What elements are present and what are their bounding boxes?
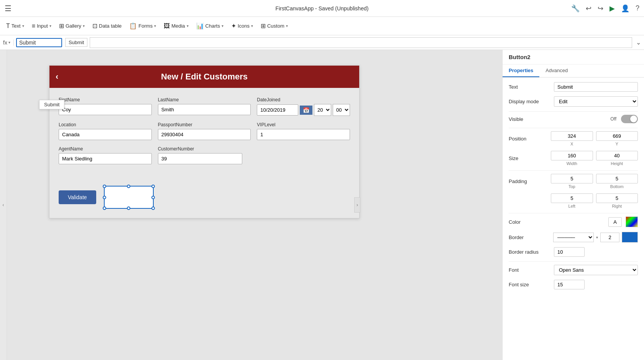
firstname-input[interactable] <box>59 104 152 115</box>
form-footer: Validate <box>49 180 359 218</box>
datejoined-field: DateJoined 📅 20 00 <box>257 97 350 116</box>
resize-handle-ml[interactable] <box>103 196 106 199</box>
toolbar-item-charts[interactable]: 📊 Charts ▾ <box>193 21 227 31</box>
properties-body: Text Display mode Edit Visible Off <box>503 78 644 360</box>
customernumber-input[interactable] <box>158 153 242 164</box>
play-icon[interactable]: ▶ <box>610 4 615 13</box>
prop-font-size-input[interactable] <box>554 280 585 289</box>
right-panel-collapse-button[interactable]: › <box>354 197 360 213</box>
prop-border-radius-input[interactable] <box>554 247 585 257</box>
charts-toolbar-icon: 📊 <box>196 22 204 30</box>
datejoined-calendar-button[interactable]: 📅 <box>300 106 312 115</box>
resize-handle-br[interactable] <box>151 206 155 210</box>
agentname-input[interactable] <box>59 153 152 164</box>
resize-handle-tc[interactable] <box>127 185 130 188</box>
prop-padding-top-input[interactable] <box>551 174 593 183</box>
lastname-input[interactable] <box>158 104 251 115</box>
prop-y-input[interactable] <box>596 131 638 141</box>
tab-advanced[interactable]: Advanced <box>539 64 574 77</box>
border-color-swatch[interactable] <box>622 232 638 243</box>
prop-padding-top-label: Top <box>568 184 575 189</box>
location-input[interactable] <box>59 129 152 140</box>
prop-text-input[interactable] <box>554 82 638 92</box>
submit-dropdown-text: Submit <box>44 102 59 107</box>
prop-padding-right-input[interactable] <box>596 193 638 203</box>
datejoined-hour-select[interactable]: 20 <box>314 104 331 116</box>
formula-expand-icon[interactable]: ⌄ <box>636 39 641 46</box>
resize-handle-bl[interactable] <box>103 206 106 210</box>
stethoscope-icon[interactable]: 🔧 <box>571 4 580 13</box>
prop-border-width-input[interactable] <box>600 233 619 242</box>
redo-icon[interactable]: ↪ <box>598 4 603 13</box>
form-title: New / Edit Customers <box>161 72 248 81</box>
input-chevron-icon: ▾ <box>49 24 51 28</box>
toolbar-item-text[interactable]: T Text ▾ <box>3 21 27 31</box>
prop-row-size: Size Width Height <box>509 151 638 166</box>
left-sidebar-toggle[interactable]: ‹ <box>0 50 7 360</box>
text-chevron-icon: ▾ <box>22 24 24 28</box>
toolbar-item-custom[interactable]: ⊞ Custom ▾ <box>258 21 291 31</box>
formula-dropdown-hint: Submit <box>65 38 87 47</box>
form-panel: ‹ New / Edit Customers FirstName LastNam… <box>49 65 360 218</box>
color-a-button[interactable]: A <box>608 217 622 227</box>
datejoined-input[interactable] <box>257 104 298 116</box>
prop-row-border: Border ───── ▾ <box>509 232 638 243</box>
prop-row-visible: Visible Off <box>509 115 638 123</box>
color-swatch-button[interactable] <box>626 216 638 227</box>
icons-chevron-icon: ▾ <box>251 24 253 28</box>
main-layout: ‹ Submit ‹ New / Edit Customers FirstNam… <box>0 50 644 360</box>
resize-handle-bc[interactable] <box>127 206 130 210</box>
toolbar-item-gallery[interactable]: ⊞ Gallery ▾ <box>56 21 88 31</box>
divider-4 <box>509 213 638 213</box>
formula-input[interactable] <box>16 38 62 47</box>
tab-properties[interactable]: Properties <box>503 64 539 77</box>
prop-color-label: Color <box>509 219 551 225</box>
prop-display-mode-select[interactable]: Edit <box>554 96 638 107</box>
divider-5 <box>509 261 638 262</box>
charts-chevron-icon: ▾ <box>222 24 223 28</box>
gallery-toolbar-icon: ⊞ <box>59 22 64 30</box>
formula-bar: fx ▾ Submit ⌄ <box>0 35 644 50</box>
resize-handle-mr[interactable] <box>151 196 155 199</box>
prop-padding-lr-group: Left Right <box>551 193 638 208</box>
prop-height-input[interactable] <box>596 151 638 160</box>
undo-icon[interactable]: ↩ <box>586 4 591 13</box>
prop-font-label: Font <box>509 267 551 273</box>
toolbar-item-forms[interactable]: 📋 Forms ▾ <box>126 21 159 31</box>
resize-handle-tl[interactable] <box>103 185 106 188</box>
top-bar-icons: 🔧 ↩ ↪ ▶ 👤 ? <box>571 4 639 13</box>
customernumber-field: CustomerNumber <box>158 146 251 164</box>
toolbar-input-label: Input <box>37 23 48 29</box>
forms-toolbar-icon: 📋 <box>129 22 137 30</box>
passportnumber-input[interactable] <box>158 129 251 140</box>
datejoined-min-select[interactable]: 00 <box>333 104 350 116</box>
toolbar-item-icons[interactable]: ✦ Icons ▾ <box>228 21 256 31</box>
prop-font-size-label: Font size <box>509 282 551 287</box>
prop-x-input[interactable] <box>551 131 593 141</box>
prop-width-input[interactable] <box>551 151 593 160</box>
visible-toggle[interactable] <box>621 115 638 123</box>
app-menu-icon[interactable]: ☰ <box>5 4 12 13</box>
prop-font-select[interactable]: Open Sans <box>554 265 638 275</box>
prop-padding-bottom-input[interactable] <box>596 174 638 183</box>
viplevel-input[interactable] <box>257 129 350 140</box>
prop-padding-left-label: Left <box>568 204 575 208</box>
resize-handle-tr[interactable] <box>151 185 155 188</box>
form-back-button[interactable]: ‹ <box>56 72 58 82</box>
lastname-label: LastName <box>158 97 251 102</box>
fx-chevron-icon[interactable]: ▾ <box>8 40 10 45</box>
toolbar-item-input[interactable]: ≡ Input ▾ <box>29 21 54 31</box>
media-chevron-icon: ▾ <box>187 24 189 28</box>
prop-padding-left-input[interactable] <box>551 193 593 203</box>
prop-border-style-select[interactable]: ───── <box>553 233 594 242</box>
help-icon[interactable]: ? <box>636 4 639 12</box>
prop-width-wrap: Width <box>551 151 593 166</box>
toggle-knob <box>630 116 637 122</box>
user-icon[interactable]: 👤 <box>621 4 629 13</box>
toolbar-item-datatable[interactable]: ⊡ Data table <box>89 21 125 31</box>
validate-button[interactable]: Validate <box>59 190 96 204</box>
toolbar-item-media[interactable]: 🖼 Media ▾ <box>161 21 191 31</box>
form-row-1: FirstName LastName DateJoined 📅 <box>59 97 350 116</box>
submit-button-selected[interactable] <box>104 186 154 209</box>
agentname-label: AgentName <box>59 146 152 152</box>
